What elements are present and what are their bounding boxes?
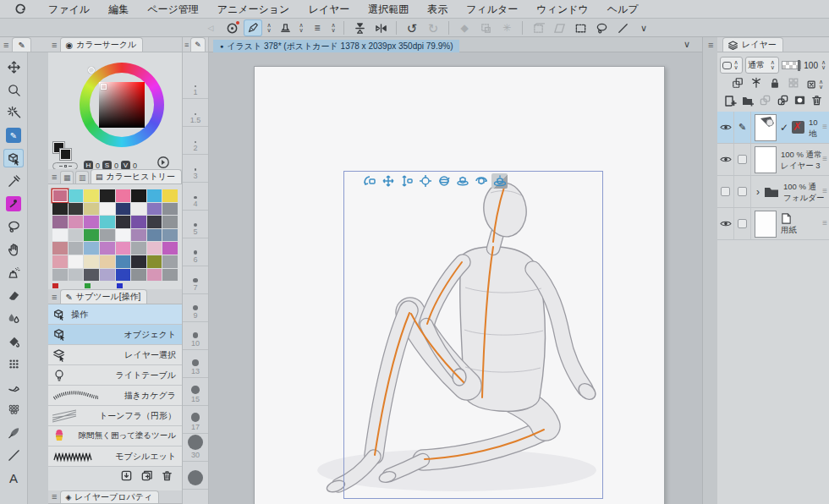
menu-file[interactable]: ファイル <box>39 0 99 19</box>
color-swatch[interactable] <box>116 189 131 202</box>
flip-horizontal-icon[interactable] <box>371 19 390 36</box>
color-swatch[interactable] <box>52 189 68 202</box>
color-swatch[interactable] <box>84 189 99 202</box>
camera-rotate-icon[interactable] <box>361 173 377 189</box>
color-swatch[interactable] <box>69 203 84 216</box>
color-swatch[interactable] <box>162 189 178 202</box>
color-swatch[interactable] <box>52 269 68 282</box>
duplicate-subtool-icon[interactable] <box>140 469 153 485</box>
menu-window[interactable]: ウィンドウ <box>527 0 597 19</box>
sub-color-swatch[interactable] <box>60 149 71 160</box>
blend-tool-icon[interactable] <box>3 309 24 327</box>
brush-size-cell[interactable]: 15 <box>183 378 208 406</box>
color-swatch[interactable] <box>147 269 162 282</box>
eyedropper-tool-icon[interactable] <box>3 172 24 190</box>
color-swatch[interactable] <box>162 229 178 242</box>
skew-icon[interactable] <box>550 19 568 36</box>
line-icon[interactable] <box>613 19 632 36</box>
brush-size-cell[interactable]: 17 <box>183 406 208 434</box>
pen-setting-icon[interactable] <box>244 19 262 36</box>
tab-list-icon[interactable]: ∨ <box>684 39 690 50</box>
brush-size-cell[interactable] <box>183 462 208 490</box>
color-swatch[interactable] <box>131 189 146 202</box>
clip-to-layer-icon[interactable] <box>732 77 744 92</box>
color-swatch[interactable] <box>162 242 178 255</box>
subtool-tab[interactable]: ✎ サブツール[操作] <box>60 289 147 304</box>
color-swatch[interactable] <box>131 229 146 242</box>
document-tab[interactable]: ● イラスト 378* (ポストカード 1378 x 2039px 350dpi… <box>213 40 459 52</box>
brush-size-cell[interactable]: 3 <box>183 155 208 183</box>
color-swatch[interactable] <box>100 229 115 242</box>
undo-icon[interactable]: ↺ <box>403 19 421 36</box>
flip-vertical-icon[interactable] <box>350 19 369 36</box>
color-swatch[interactable] <box>116 269 131 282</box>
color-swatch[interactable] <box>84 229 99 242</box>
clip-studio-icon[interactable] <box>222 19 241 36</box>
layer-thumbnail[interactable] <box>755 114 777 141</box>
color-swatch[interactable] <box>162 216 178 228</box>
color-swatch[interactable] <box>131 216 146 228</box>
object-rotate-plane-icon[interactable] <box>473 173 489 189</box>
color-swatch[interactable] <box>116 229 131 242</box>
color-swatch[interactable] <box>52 242 68 255</box>
figure-tool-icon[interactable] <box>3 194 24 213</box>
color-swatch[interactable] <box>52 255 68 268</box>
color-swatch[interactable] <box>84 242 99 255</box>
panel-menu-icon[interactable]: ≡ <box>705 38 716 52</box>
density-menu-icon[interactable]: ≡ <box>308 19 327 36</box>
color-swatch[interactable] <box>100 255 115 268</box>
menu-view[interactable]: 表示 <box>418 0 457 19</box>
color-swatch[interactable] <box>100 269 115 282</box>
color-swatch[interactable] <box>147 255 162 268</box>
new-folder-icon[interactable] <box>741 94 755 111</box>
fill-icon[interactable]: ◆ <box>455 19 474 36</box>
row-grip-icon[interactable]: ≡ <box>822 122 827 131</box>
color-swatch[interactable] <box>85 283 91 288</box>
brush-size-cell[interactable]: 9 <box>183 294 208 322</box>
hue-ring-selector[interactable] <box>88 67 95 74</box>
object-move-icon[interactable] <box>417 173 433 189</box>
stamp-tool-icon[interactable] <box>276 19 294 36</box>
color-swatch[interactable] <box>116 255 131 268</box>
blend-mode-combo[interactable]: 通常 ∧∨ <box>745 57 779 74</box>
tone-tool-icon[interactable] <box>3 354 24 373</box>
subtool-item-mob-silhouette[interactable]: モブシルエット <box>48 446 182 467</box>
brush-size-cell[interactable]: 30 <box>183 434 208 462</box>
subtool-item-light-table[interactable]: ライトテーブル <box>48 365 182 386</box>
delete-subtool-icon[interactable] <box>161 469 173 485</box>
pattern-tool-icon[interactable] <box>3 400 24 419</box>
draft-checkbox[interactable] <box>734 208 751 239</box>
auto-select-tool-icon[interactable] <box>3 103 24 122</box>
move-tool-icon[interactable] <box>3 58 24 76</box>
airbrush-tool-icon[interactable] <box>3 263 24 282</box>
color-swatch[interactable] <box>162 269 178 282</box>
color-swatch[interactable] <box>84 216 99 228</box>
layer-mask-disable-icon[interactable]: ∧∨ <box>806 79 824 90</box>
marquee-icon[interactable] <box>571 19 590 36</box>
tool-palette-tab[interactable]: ✎ <box>12 37 30 52</box>
camera-zoom-icon[interactable] <box>398 173 414 189</box>
visibility-checkbox[interactable] <box>717 176 734 207</box>
sv-selector[interactable] <box>101 84 107 90</box>
eraser-tool-icon[interactable] <box>3 286 24 304</box>
panel-menu-icon[interactable]: ≡ <box>0 38 12 52</box>
text-tool-icon[interactable]: A <box>3 468 24 487</box>
color-swatch[interactable] <box>147 229 162 242</box>
brush-size-cell[interactable]: 7 <box>183 266 208 294</box>
menu-help[interactable]: ヘルプ <box>598 0 648 19</box>
pen-tool-icon[interactable]: ✎ <box>3 126 24 145</box>
color-swatch[interactable] <box>162 255 178 268</box>
subtool-item-tone-flare[interactable]: トーンフラ（円形） <box>48 406 182 426</box>
menu-selection[interactable]: 選択範囲 <box>359 0 418 19</box>
color-swatch[interactable] <box>131 203 146 216</box>
transfer-layer-icon[interactable] <box>777 94 789 110</box>
menu-page[interactable]: ページ管理 <box>138 0 208 19</box>
color-swatch[interactable] <box>52 216 68 228</box>
brush-size-cell[interactable]: 2 <box>183 127 208 155</box>
line-tool-icon[interactable] <box>3 446 24 464</box>
color-swatch[interactable] <box>84 255 99 268</box>
lasso-tool-icon[interactable] <box>3 217 24 236</box>
layer-property-tab[interactable]: ◈ レイヤープロパティ <box>60 490 159 503</box>
color-swatch[interactable] <box>116 203 131 216</box>
color-swatch[interactable] <box>147 203 162 216</box>
